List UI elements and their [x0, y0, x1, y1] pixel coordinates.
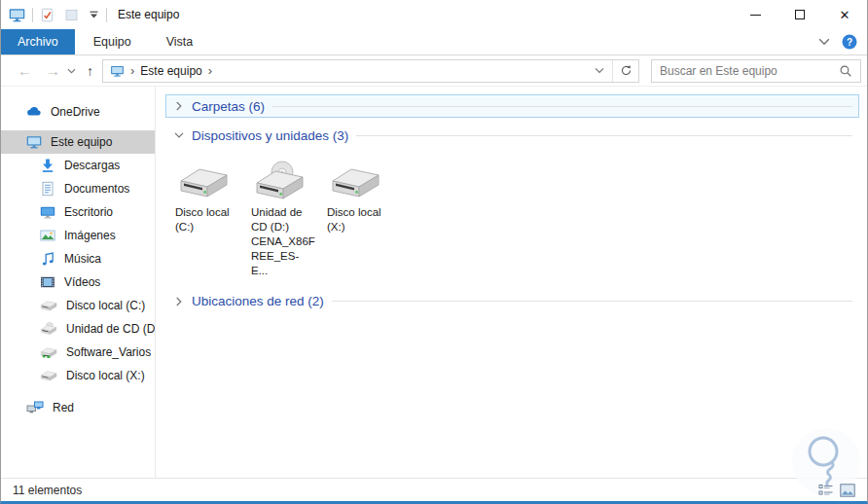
drives-list: Disco local (C:) Unidad de CD (D:) CENA_…	[175, 157, 859, 278]
drive-label: Disco local (C:)	[175, 205, 239, 234]
window-body: OneDrive Este equipo Descargas Documento…	[1, 87, 867, 478]
tab-archivo[interactable]: Archivo	[1, 29, 75, 54]
cd-drive-icon	[40, 322, 57, 336]
expand-ribbon-icon[interactable]	[818, 38, 830, 46]
close-icon: ✕	[840, 9, 850, 21]
group-header-dispositivos[interactable]: Dispositivos y unidades (3)	[165, 124, 859, 147]
ribbon-tab-bar: Archivo Equipo Vista ?	[1, 29, 867, 55]
drive-item-disco-local-c[interactable]: Disco local (C:)	[175, 157, 251, 278]
breadcrumb-chevron-icon[interactable]: ›	[130, 63, 134, 78]
sidebar-item-unidad-cd-d[interactable]: Unidad de CD (D:) C	[1, 317, 155, 341]
sidebar-item-musica[interactable]: Música	[1, 247, 155, 270]
network-icon	[26, 401, 44, 414]
sidebar-item-label: Disco local (C:)	[66, 299, 145, 312]
search-icon[interactable]	[839, 64, 852, 78]
sidebar-item-videos[interactable]: Vídeos	[1, 270, 155, 294]
network-drive-icon	[40, 345, 57, 359]
quick-access-toolbar	[40, 8, 99, 22]
documents-icon	[40, 181, 55, 197]
drive-item-unidad-cd-d[interactable]: Unidad de CD (D:) CENA_X86FREE_ES-E...	[251, 157, 327, 278]
tab-equipo[interactable]: Equipo	[77, 29, 148, 54]
sidebar-item-escritorio[interactable]: Escritorio	[1, 200, 155, 224]
items-view: Carpetas (6) Dispositivos y unidades (3)…	[156, 87, 867, 478]
minimize-button[interactable]	[733, 0, 778, 29]
sidebar-item-label: Disco local (X:)	[66, 369, 145, 382]
sidebar-item-este-equipo[interactable]: Este equipo	[1, 130, 155, 154]
sidebar-item-disco-local-x[interactable]: Disco local (X:)	[1, 364, 155, 387]
close-button[interactable]: ✕	[822, 0, 867, 29]
cd-drive-icon	[251, 157, 327, 203]
sidebar-item-label: OneDrive	[51, 105, 100, 119]
sidebar-item-disco-local-c[interactable]: Disco local (C:)	[1, 294, 155, 317]
address-bar[interactable]: › Este equipo ›	[102, 59, 639, 83]
sidebar-item-label: Este equipo	[51, 135, 112, 149]
details-view-icon[interactable]	[818, 484, 834, 497]
properties-icon[interactable]	[40, 8, 54, 22]
back-button[interactable]: ←	[11, 63, 39, 78]
view-toggle-buttons	[818, 484, 855, 497]
group-divider-line	[332, 301, 852, 302]
sidebar-item-imagenes[interactable]: Imágenes	[1, 224, 155, 247]
title-bar: Este equipo ✕	[1, 0, 867, 29]
sidebar-item-label: Vídeos	[64, 275, 100, 289]
breadcrumb-segment[interactable]: Este equipo	[140, 64, 201, 78]
up-button[interactable]: ↑	[81, 63, 102, 79]
downloads-icon	[40, 158, 55, 173]
address-dropdown-button[interactable]	[587, 60, 612, 82]
thumbnails-view-icon[interactable]	[840, 484, 855, 497]
music-icon	[40, 251, 55, 267]
svg-text:?: ?	[847, 37, 852, 48]
minimize-icon	[750, 15, 761, 16]
chevron-right-icon[interactable]	[174, 297, 184, 306]
titlebar-separator	[32, 8, 33, 22]
navigation-pane: OneDrive Este equipo Descargas Documento…	[1, 87, 156, 478]
group-label: Carpetas (6)	[192, 99, 265, 114]
items-count: 11 elementos	[13, 484, 82, 497]
hdd-icon	[175, 157, 251, 203]
onedrive-icon	[26, 104, 42, 120]
sidebar-item-onedrive[interactable]: OneDrive	[1, 100, 155, 124]
sidebar-item-red[interactable]: Red	[1, 396, 155, 419]
help-icon[interactable]: ?	[842, 34, 857, 50]
window-title: Este equipo	[118, 8, 179, 21]
status-bar: 11 elementos	[1, 478, 867, 501]
group-divider-line	[356, 135, 852, 136]
this-pc-icon	[9, 7, 25, 23]
sidebar-item-label: Red	[53, 401, 74, 414]
recent-locations-button[interactable]	[67, 68, 81, 74]
sidebar-item-descargas[interactable]: Descargas	[1, 154, 155, 177]
group-divider-line	[272, 106, 852, 107]
search-box[interactable]	[651, 59, 861, 83]
customize-toolbar-icon[interactable]	[89, 11, 99, 19]
group-label: Ubicaciones de red (2)	[192, 294, 324, 308]
tab-equipo-label: Equipo	[93, 35, 131, 49]
this-pc-icon	[26, 134, 42, 150]
refresh-button[interactable]	[613, 60, 638, 82]
hdd-icon	[327, 157, 403, 203]
new-folder-icon[interactable]	[64, 8, 79, 22]
maximize-button[interactable]	[778, 0, 822, 29]
search-input[interactable]	[660, 64, 839, 78]
sidebar-item-documentos[interactable]: Documentos	[1, 177, 155, 200]
forward-button[interactable]: →	[39, 63, 67, 78]
videos-icon	[40, 274, 55, 290]
sidebar-item-software-varios[interactable]: Software_Varios (\\	[1, 341, 155, 364]
titlebar-separator	[106, 8, 107, 22]
group-header-carpetas[interactable]: Carpetas (6)	[165, 94, 859, 118]
sidebar-item-label: Documentos	[64, 182, 129, 196]
drive-label: Disco local (X:)	[327, 205, 391, 234]
this-pc-icon	[110, 64, 125, 78]
ribbon-tools: ?	[818, 29, 867, 54]
breadcrumb[interactable]: › Este equipo ›	[103, 63, 587, 78]
desktop-icon	[40, 204, 55, 220]
drive-label: Unidad de CD (D:) CENA_X86FREE_ES-E...	[251, 205, 315, 278]
sidebar-item-label: Descargas	[64, 159, 120, 172]
chevron-down-icon[interactable]	[174, 130, 184, 140]
sidebar-item-label: Música	[64, 252, 101, 266]
group-header-ubicaciones-red[interactable]: Ubicaciones de red (2)	[165, 290, 859, 313]
tab-vista[interactable]: Vista	[150, 29, 210, 54]
drive-item-disco-local-x[interactable]: Disco local (X:)	[327, 157, 403, 278]
chevron-right-icon[interactable]	[174, 101, 184, 111]
breadcrumb-chevron-icon[interactable]: ›	[208, 63, 212, 78]
group-label: Dispositivos y unidades (3)	[192, 128, 348, 143]
